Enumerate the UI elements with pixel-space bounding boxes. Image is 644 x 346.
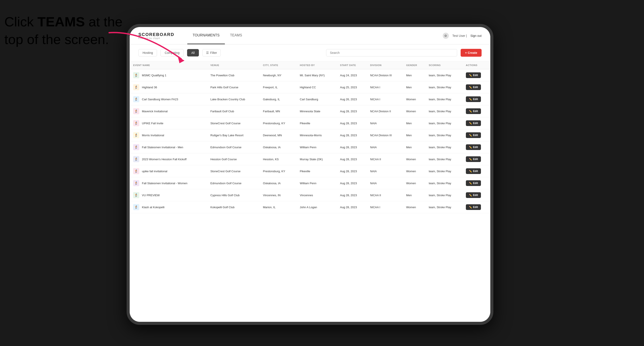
table-container[interactable]: EVENT NAME VENUE CITY, STATE HOSTED BY S… bbox=[130, 61, 490, 322]
cell-event-name: 🏌️ VU PREVIEW bbox=[130, 189, 207, 201]
cell-hosted-by: Carl Sandburg bbox=[296, 93, 336, 105]
cell-actions: Edit bbox=[462, 141, 490, 153]
cell-division: NCAA Division III bbox=[366, 69, 402, 81]
table-row: 🏌️ upike fall invitational StoneCrest Go… bbox=[130, 165, 490, 177]
cell-event-name: 🏌️ Maverick Invitational bbox=[130, 105, 207, 117]
cell-division: NAIA bbox=[366, 165, 402, 177]
nav-signout[interactable]: Sign out bbox=[470, 34, 482, 37]
edit-button[interactable]: Edit bbox=[466, 156, 481, 162]
table-row: 🏌️ MSMC Qualifying 1 The Powelton Club N… bbox=[130, 69, 490, 81]
cell-division: NCAA Division III bbox=[366, 129, 402, 141]
cell-event-name: 🏌️ MSMC Qualifying 1 bbox=[130, 69, 207, 81]
event-name-text: Fall Statesmen Invitational - Women bbox=[142, 181, 188, 185]
cell-scoring: team, Stroke Play bbox=[425, 93, 462, 105]
cell-scoring: team, Stroke Play bbox=[425, 117, 462, 129]
cell-start-date: Aug 24, 2023 bbox=[337, 69, 367, 81]
table-row: 🏌️ Klash at Kokopelli Kokopelli Golf Clu… bbox=[130, 201, 490, 213]
event-icon: 🏌️ bbox=[133, 204, 139, 210]
cell-city-state: Newburgh, NY bbox=[260, 69, 296, 81]
edit-button[interactable]: Edit bbox=[466, 72, 481, 78]
table-row: 🏌️ UPIKE Fall Invite StoneCrest Golf Cou… bbox=[130, 117, 490, 129]
cell-event-name: 🏌️ Klash at Kokopelli bbox=[130, 201, 207, 213]
cell-start-date: Aug 28, 2023 bbox=[337, 117, 367, 129]
cell-venue: The Powelton Club bbox=[207, 69, 260, 81]
svg-marker-0 bbox=[178, 57, 184, 63]
table-row: 🏌️ Highland 36 Park Hills Golf Course Fr… bbox=[130, 81, 490, 93]
cell-gender: Men bbox=[403, 81, 425, 93]
cell-start-date: Aug 28, 2023 bbox=[337, 153, 367, 165]
edit-button[interactable]: Edit bbox=[466, 204, 481, 210]
nav-right: ⚙ Test User | Sign out bbox=[443, 33, 482, 39]
col-start-date: START DATE bbox=[337, 61, 367, 69]
cell-city-state: Freeport, IL bbox=[260, 81, 296, 93]
search-input[interactable] bbox=[326, 49, 457, 56]
edit-button[interactable]: Edit bbox=[466, 144, 481, 150]
cell-division: NCAA Division II bbox=[366, 105, 402, 117]
instruction-bold: TEAMS bbox=[38, 14, 85, 29]
cell-venue: Ruttger's Bay Lake Resort bbox=[207, 129, 260, 141]
col-venue: VENUE bbox=[207, 61, 260, 69]
cell-city-state: Marion, IL bbox=[260, 201, 296, 213]
table-row: 🏌️ Fall Statesmen Invitational - Men Edm… bbox=[130, 141, 490, 153]
cell-venue: Hesston Golf Course bbox=[207, 153, 260, 165]
create-button[interactable]: + Create bbox=[460, 49, 482, 57]
col-hosted-by: HOSTED BY bbox=[296, 61, 336, 69]
cell-gender: Women bbox=[403, 153, 425, 165]
event-icon: 🏌️ bbox=[133, 144, 139, 150]
cell-hosted-by: Vincennes bbox=[296, 189, 336, 201]
cell-actions: Edit bbox=[462, 69, 490, 81]
col-scoring: SCORING bbox=[425, 61, 462, 69]
cell-start-date: Aug 26, 2023 bbox=[337, 93, 367, 105]
cell-actions: Edit bbox=[462, 117, 490, 129]
cell-gender: Men bbox=[403, 117, 425, 129]
event-name-text: Highland 36 bbox=[142, 86, 157, 89]
cell-event-name: 🏌️ UPIKE Fall Invite bbox=[130, 117, 207, 129]
cell-division: NICAA I bbox=[366, 81, 402, 93]
edit-button[interactable]: Edit bbox=[466, 84, 481, 90]
edit-button[interactable]: Edit bbox=[466, 168, 481, 174]
edit-button[interactable]: Edit bbox=[466, 96, 481, 102]
event-name-text: 2023 Women's Hesston Fall Kickoff bbox=[142, 158, 186, 161]
cell-city-state: Galesburg, IL bbox=[260, 93, 296, 105]
cell-actions: Edit bbox=[462, 93, 490, 105]
settings-icon[interactable]: ⚙ bbox=[443, 33, 449, 39]
cell-scoring: team, Stroke Play bbox=[425, 189, 462, 201]
event-name-text: Carl Sandburg Women FA23 bbox=[142, 98, 178, 101]
cell-event-name: 🏌️ Fall Statesmen Invitational - Men bbox=[130, 141, 207, 153]
content-area: Hosting Competing All ☰ Filter + Create … bbox=[130, 44, 490, 322]
cell-hosted-by: Murray State (OK) bbox=[296, 153, 336, 165]
cell-actions: Edit bbox=[462, 177, 490, 189]
cell-gender: Men bbox=[403, 141, 425, 153]
cell-start-date: Aug 28, 2023 bbox=[337, 201, 367, 213]
cell-scoring: team, Stroke Play bbox=[425, 201, 462, 213]
col-city-state: CITY, STATE bbox=[260, 61, 296, 69]
edit-button[interactable]: Edit bbox=[466, 120, 481, 126]
event-name-text: Morris Invitational bbox=[142, 134, 164, 137]
cell-hosted-by: John A Logan bbox=[296, 201, 336, 213]
cell-actions: Edit bbox=[462, 165, 490, 177]
edit-button[interactable]: Edit bbox=[466, 180, 481, 186]
edit-button[interactable]: Edit bbox=[466, 132, 481, 138]
cell-hosted-by: Pikeville bbox=[296, 117, 336, 129]
cell-event-name: 🏌️ upike fall invitational bbox=[130, 165, 207, 177]
cell-actions: Edit bbox=[462, 189, 490, 201]
event-name-text: UPIKE Fall Invite bbox=[142, 122, 163, 125]
table-row: 🏌️ Morris Invitational Ruttger's Bay Lak… bbox=[130, 129, 490, 141]
cell-division: NICAA II bbox=[366, 189, 402, 201]
cell-hosted-by: Pikeville bbox=[296, 165, 336, 177]
cell-hosted-by: William Penn bbox=[296, 141, 336, 153]
cell-scoring: team, Stroke Play bbox=[425, 81, 462, 93]
event-name-text: upike fall invitational bbox=[142, 170, 167, 173]
cell-gender: Men bbox=[403, 129, 425, 141]
cell-start-date: Aug 28, 2023 bbox=[337, 177, 367, 189]
edit-button[interactable]: Edit bbox=[466, 192, 481, 198]
cell-scoring: team, Stroke Play bbox=[425, 129, 462, 141]
cell-actions: Edit bbox=[462, 81, 490, 93]
event-icon: 🏌️ bbox=[133, 156, 139, 162]
edit-button[interactable]: Edit bbox=[466, 108, 481, 114]
tab-teams[interactable]: TEAMS bbox=[225, 27, 247, 44]
cell-scoring: team, Stroke Play bbox=[425, 177, 462, 189]
cell-city-state: Vincennes, IN bbox=[260, 189, 296, 201]
cell-actions: Edit bbox=[462, 129, 490, 141]
cell-gender: Men bbox=[403, 69, 425, 81]
